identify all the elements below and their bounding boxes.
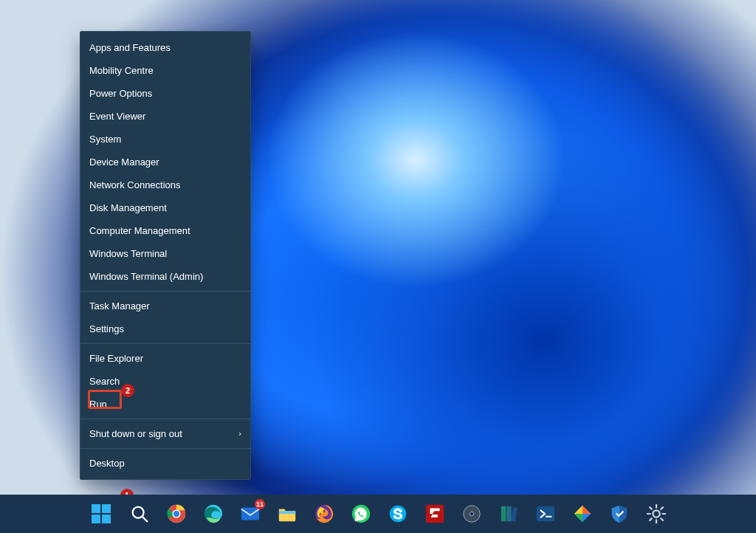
- skype-button[interactable]: [386, 502, 410, 526]
- explorer-button[interactable]: [275, 502, 299, 526]
- winx-item-label: Run: [89, 393, 107, 416]
- winx-item-label: Computer Management: [89, 219, 190, 242]
- skype-icon: [388, 503, 408, 524]
- search-button[interactable]: [128, 502, 151, 526]
- winx-item-system[interactable]: System: [80, 128, 250, 151]
- winx-item-windows-terminal[interactable]: Windows Terminal: [80, 242, 250, 265]
- winx-item-label: Desktop: [89, 452, 125, 475]
- filezilla-icon: [425, 503, 445, 524]
- disc-icon: [461, 503, 482, 524]
- filezilla-button[interactable]: [423, 502, 447, 526]
- windows-icon: [90, 503, 112, 525]
- winx-item-file-explorer[interactable]: File Explorer: [80, 347, 250, 370]
- explorer-icon: [277, 503, 298, 524]
- winx-item-label: Power Options: [89, 82, 152, 105]
- winx-item-label: Windows Terminal (Admin): [89, 265, 203, 288]
- winx-item-settings[interactable]: Settings: [80, 317, 250, 340]
- winx-item-run[interactable]: Run: [80, 393, 250, 416]
- winx-item-label: Windows Terminal: [89, 242, 167, 265]
- winx-item-windows-terminal-admin[interactable]: Windows Terminal (Admin): [80, 265, 250, 288]
- edge-button[interactable]: [202, 502, 225, 526]
- gear-icon: [646, 503, 667, 524]
- winx-item-mobility-centre[interactable]: Mobility Centre: [80, 59, 250, 82]
- winx-item-label: Settings: [89, 317, 124, 340]
- start-button[interactable]: [88, 501, 114, 527]
- winx-item-label: Disk Management: [89, 196, 167, 219]
- winx-item-label: Shut down or sign out: [89, 422, 182, 445]
- menu-separator: [80, 448, 250, 449]
- edge-icon: [203, 503, 224, 524]
- whatsapp-icon: [351, 503, 371, 524]
- winx-item-event-viewer[interactable]: Event Viewer: [80, 105, 250, 128]
- winx-item-device-manager[interactable]: Device Manager: [80, 151, 250, 173]
- winx-item-label: Network Connections: [89, 173, 181, 196]
- disc-button[interactable]: [460, 502, 484, 526]
- powershell-icon: [535, 503, 556, 524]
- winx-item-label: Mobility Centre: [89, 59, 154, 82]
- whatsapp-button[interactable]: [349, 502, 373, 526]
- winx-item-label: Apps and Features: [89, 36, 171, 59]
- winx-item-power-options[interactable]: Power Options: [80, 82, 250, 105]
- shield-button[interactable]: [608, 502, 631, 526]
- powershell-button[interactable]: [534, 502, 557, 526]
- winx-item-label: System: [89, 128, 121, 151]
- firefox-icon: [314, 503, 334, 524]
- winx-item-label: File Explorer: [89, 347, 143, 370]
- notification-badge: 11: [255, 499, 265, 509]
- search-icon: [129, 503, 150, 524]
- winx-item-disk-management[interactable]: Disk Management: [80, 196, 250, 219]
- winx-item-desktop[interactable]: Desktop: [80, 452, 250, 475]
- winx-item-task-manager[interactable]: Task Manager: [80, 295, 250, 317]
- winx-item-label: Task Manager: [89, 295, 150, 317]
- menu-separator: [80, 419, 250, 419]
- winx-item-label: Search: [89, 370, 120, 393]
- chrome-icon: [166, 503, 187, 524]
- winx-item-label: Device Manager: [89, 151, 159, 173]
- winx-item-network-connections[interactable]: Network Connections: [80, 173, 250, 196]
- firefox-button[interactable]: [312, 502, 336, 526]
- chevron-right-icon: ›: [238, 422, 241, 445]
- menu-separator: [80, 291, 250, 292]
- winx-item-search[interactable]: Search: [80, 370, 250, 393]
- taskbar: 11: [0, 495, 756, 533]
- books-icon: [498, 503, 519, 524]
- start-context-menu: Apps and FeaturesMobility CentrePower Op…: [80, 31, 251, 480]
- mail-button[interactable]: 11: [238, 502, 262, 526]
- winx-item-shut-down-or-sign-out[interactable]: Shut down or sign out›: [80, 422, 250, 445]
- settings-button[interactable]: [645, 502, 668, 526]
- books-button[interactable]: [497, 502, 520, 526]
- shield-icon: [609, 503, 630, 524]
- diamond-icon: [572, 503, 593, 524]
- diamond-app-button[interactable]: [571, 502, 594, 526]
- winx-item-label: Event Viewer: [89, 105, 145, 128]
- chrome-button[interactable]: [165, 502, 188, 526]
- winx-item-apps-and-features[interactable]: Apps and Features: [80, 36, 250, 59]
- winx-item-computer-management[interactable]: Computer Management: [80, 219, 250, 242]
- menu-separator: [80, 343, 250, 344]
